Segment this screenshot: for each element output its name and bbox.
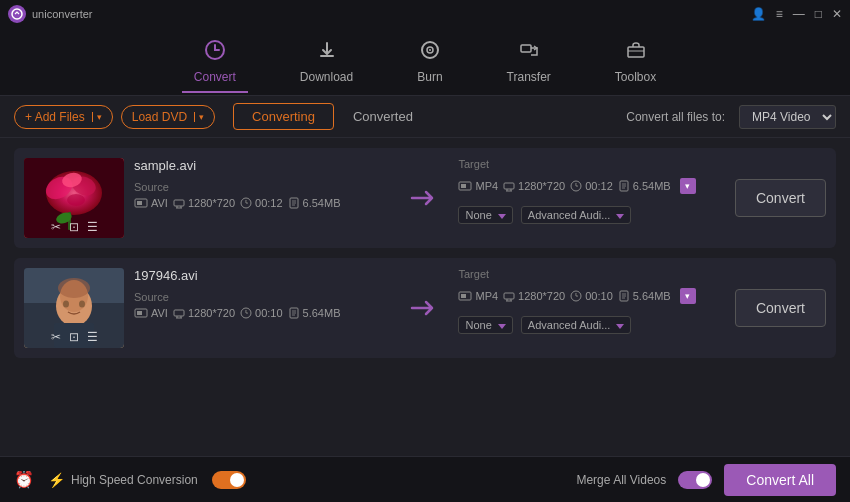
subtitle-select-1[interactable]: None [458,206,512,224]
arrow-2 [400,268,448,348]
nav-burn[interactable]: Burn [405,31,454,92]
target-area-1: Target MP4 1280*720 00:12 6.54MB [458,158,714,238]
svg-rect-21 [461,184,466,188]
bottom-left: ⏰ ⚡ High Speed Conversion [14,470,246,489]
load-dvd-button[interactable]: Load DVD ▾ [121,105,215,129]
file-info-1: sample.avi Source AVI 1280*720 [134,158,390,238]
target-dur-1: 00:12 [570,180,613,192]
speed-toggle-knob [230,473,244,487]
svg-rect-17 [174,200,184,206]
svg-point-29 [63,301,69,308]
nav-toolbox-label: Toolbox [615,70,656,84]
bottom-right: Merge All Videos Convert All [576,464,836,496]
file-name-2: 197946.avi [134,268,390,283]
target-details-2: MP4 1280*720 00:10 5.64MB ▾ [458,288,714,304]
file-row-2: ✂ ⊡ ☰ 197946.avi Source AVI 1280* [14,258,836,358]
file-thumbnail-2: ✂ ⊡ ☰ [24,268,124,348]
titlebar-controls: 👤 ≡ — □ ✕ [751,7,842,21]
source-details-2: AVI 1280*720 00:10 5.64MB [134,307,390,319]
file-meta-1: Source AVI 1280*720 00:12 [134,181,390,209]
maximize-button[interactable]: □ [815,7,822,21]
toolbox-nav-icon [625,39,647,66]
format-select[interactable]: MP4 Video [739,105,836,129]
convert-nav-icon [204,39,226,66]
user-icon[interactable]: 👤 [751,7,766,21]
svg-rect-16 [137,201,142,205]
svg-point-12 [67,194,85,206]
add-files-arrow: ▾ [92,112,102,122]
transfer-nav-icon [518,39,540,66]
bottom-bar: ⏰ ⚡ High Speed Conversion Merge All Vide… [0,456,850,502]
tab-converting[interactable]: Converting [233,103,334,130]
tab-converted[interactable]: Converted [334,103,432,130]
audio-select-1[interactable]: Advanced Audi... [521,206,632,224]
main-content: ✂ ⊡ ☰ sample.avi Source AVI 1280* [0,138,850,456]
effects-icon[interactable]: ☰ [87,220,98,234]
source-dur-2: 00:10 [240,307,283,319]
target-header-2: Target [458,268,714,280]
thumb-tools-1: ✂ ⊡ ☰ [24,220,124,234]
convert-all-button[interactable]: Convert All [724,464,836,496]
audio-arrow-1 [616,214,624,219]
source-format-1: AVI [134,197,168,209]
nav-transfer-label: Transfer [507,70,551,84]
target-size-1: 6.54MB [618,180,671,192]
source-format-2: AVI [134,307,168,319]
menu-icon[interactable]: ≡ [776,7,783,21]
source-row-1: Source [134,181,390,193]
source-size-2: 5.64MB [288,307,341,319]
nav-transfer[interactable]: Transfer [495,31,563,92]
target-header-1: Target [458,158,714,170]
target-format-2: MP4 [458,290,498,302]
target-details-1: MP4 1280*720 00:12 6.54MB ▾ [458,178,714,194]
nav-download[interactable]: Download [288,31,365,92]
crop-icon-2[interactable]: ⊡ [69,330,79,344]
source-row-2: Source [134,291,390,303]
lightning-icon: ⚡ [48,472,65,488]
target-format-dropdown-2[interactable]: ▾ [680,288,696,304]
tab-area: Converting Converted [233,103,432,130]
arrow-1 [400,158,448,238]
convert-button-2[interactable]: Convert [735,289,826,327]
file-info-2: 197946.avi Source AVI 1280*720 [134,268,390,348]
target-area-2: Target MP4 1280*720 00:10 5.64MB [458,268,714,348]
convert-all-files-label: Convert all files to: [626,110,725,124]
load-dvd-arrow: ▾ [194,112,204,122]
audio-select-2[interactable]: Advanced Audi... [521,316,632,334]
speed-toggle[interactable] [212,471,246,489]
svg-point-4 [429,49,431,51]
target-extra-2: None Advanced Audi... [458,316,714,334]
file-meta-2: Source AVI 1280*720 00:10 [134,291,390,319]
source-label-2: Source [134,291,169,303]
audio-arrow-2 [616,324,624,329]
subtitle-select-2[interactable]: None [458,316,512,334]
cut-icon[interactable]: ✂ [51,220,61,234]
thumb-tools-2: ✂ ⊡ ☰ [24,330,124,344]
convert-button-1[interactable]: Convert [735,179,826,217]
titlebar-left: uniconverter [8,5,93,23]
effects-icon-2[interactable]: ☰ [87,330,98,344]
svg-rect-6 [628,47,644,57]
svg-rect-39 [461,294,466,298]
add-files-button[interactable]: + Add Files ▾ [14,105,113,129]
nav-toolbox[interactable]: Toolbox [603,31,668,92]
target-format-1: MP4 [458,180,498,192]
minimize-button[interactable]: — [793,7,805,21]
svg-point-31 [58,278,90,298]
add-files-label: + Add Files [25,110,85,124]
subtitle-arrow-1 [498,214,506,219]
target-res-1: 1280*720 [503,180,565,192]
target-extra-1: None Advanced Audi... [458,206,714,224]
source-details-1: AVI 1280*720 00:12 6.54MB [134,197,390,209]
close-button[interactable]: ✕ [832,7,842,21]
source-res-2: 1280*720 [173,307,235,319]
alarm-icon[interactable]: ⏰ [14,470,34,489]
merge-toggle-knob [696,473,710,487]
nav-convert[interactable]: Convert [182,31,248,92]
target-format-dropdown-1[interactable]: ▾ [680,178,696,194]
target-label-2: Target [458,268,489,280]
crop-icon[interactable]: ⊡ [69,220,79,234]
merge-toggle[interactable] [678,471,712,489]
cut-icon-2[interactable]: ✂ [51,330,61,344]
svg-rect-22 [504,183,514,189]
